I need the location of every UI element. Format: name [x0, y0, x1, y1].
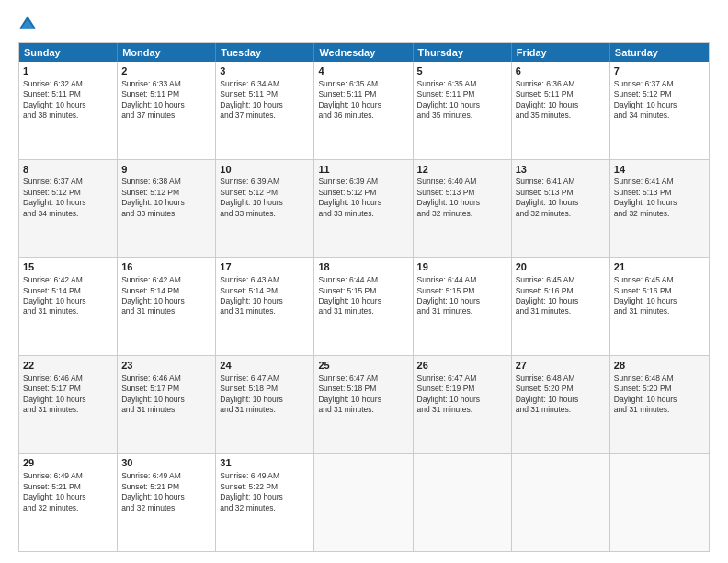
day-info-line: Sunrise: 6:36 AM — [516, 79, 606, 89]
day-info-line: Sunrise: 6:41 AM — [614, 177, 705, 187]
day-info-line: and 36 minutes. — [318, 110, 408, 121]
day-info-line: Daylight: 10 hours — [318, 395, 408, 405]
cal-cell: 11Sunrise: 6:39 AMSunset: 5:12 PMDayligh… — [314, 160, 413, 258]
cal-cell: 28Sunrise: 6:48 AMSunset: 5:20 PMDayligh… — [610, 356, 709, 454]
day-number: 28 — [614, 359, 705, 373]
day-info-line: Sunrise: 6:35 AM — [417, 79, 507, 89]
cal-cell — [314, 454, 413, 551]
day-info-line: Sunrise: 6:47 AM — [417, 373, 507, 384]
day-info-line: Daylight: 10 hours — [318, 198, 408, 208]
day-info-line: Daylight: 10 hours — [614, 296, 705, 306]
page: SundayMondayTuesdayWednesdayThursdayFrid… — [0, 0, 728, 563]
day-info-line: Sunset: 5:15 PM — [318, 286, 408, 296]
day-info-line: and 31 minutes. — [318, 405, 408, 415]
day-info-line: Daylight: 10 hours — [318, 100, 408, 110]
day-info-line: Sunrise: 6:40 AM — [417, 177, 507, 187]
day-info-line: Sunset: 5:14 PM — [121, 286, 211, 296]
cal-cell: 4Sunrise: 6:35 AMSunset: 5:11 PMDaylight… — [314, 62, 413, 159]
cal-cell: 25Sunrise: 6:47 AMSunset: 5:18 PMDayligh… — [314, 356, 413, 454]
week-row-1: 1Sunrise: 6:32 AMSunset: 5:11 PMDaylight… — [19, 62, 709, 160]
day-info-line: and 31 minutes. — [516, 405, 606, 415]
day-info-line: Sunrise: 6:37 AM — [23, 177, 113, 187]
day-info-line: Sunset: 5:12 PM — [614, 89, 705, 99]
cal-cell: 13Sunrise: 6:41 AMSunset: 5:13 PMDayligh… — [512, 160, 610, 258]
day-info-line: Sunset: 5:22 PM — [220, 482, 310, 492]
day-number: 21 — [614, 260, 705, 274]
day-info-line: Sunrise: 6:35 AM — [318, 79, 408, 89]
day-info-line: Daylight: 10 hours — [516, 198, 606, 208]
day-number: 3 — [220, 64, 310, 78]
cal-cell: 12Sunrise: 6:40 AMSunset: 5:13 PMDayligh… — [414, 160, 512, 258]
day-info-line: Sunset: 5:11 PM — [417, 89, 507, 99]
day-number: 24 — [220, 359, 310, 373]
day-info-line: Sunrise: 6:42 AM — [23, 275, 113, 285]
day-info-line: and 31 minutes. — [516, 306, 606, 316]
day-info-line: Sunset: 5:13 PM — [417, 188, 507, 198]
day-number: 9 — [121, 163, 211, 177]
day-info-line: Sunrise: 6:47 AM — [220, 373, 310, 384]
day-info-line: Daylight: 10 hours — [417, 100, 507, 110]
day-info-line: Sunrise: 6:45 AM — [614, 275, 705, 285]
day-number: 20 — [516, 260, 606, 274]
cal-cell: 29Sunrise: 6:49 AMSunset: 5:21 PMDayligh… — [19, 454, 118, 551]
week-row-2: 8Sunrise: 6:37 AMSunset: 5:12 PMDaylight… — [19, 160, 709, 259]
day-info-line: and 32 minutes. — [516, 209, 606, 219]
day-info-line: Sunset: 5:20 PM — [614, 384, 705, 394]
day-info-line: Daylight: 10 hours — [614, 198, 705, 208]
day-header-thursday: Thursday — [414, 43, 512, 62]
day-info-line: Sunset: 5:17 PM — [121, 384, 211, 394]
day-info-line: Sunrise: 6:39 AM — [220, 177, 310, 187]
cal-cell: 20Sunrise: 6:45 AMSunset: 5:16 PMDayligh… — [512, 258, 610, 355]
day-info-line: Sunrise: 6:46 AM — [121, 373, 211, 384]
day-info-line: Sunrise: 6:34 AM — [220, 79, 310, 89]
cal-cell: 30Sunrise: 6:49 AMSunset: 5:21 PMDayligh… — [118, 454, 216, 551]
day-number: 18 — [318, 260, 408, 274]
cal-cell: 31Sunrise: 6:49 AMSunset: 5:22 PMDayligh… — [216, 454, 314, 551]
day-info-line: Daylight: 10 hours — [121, 296, 211, 306]
day-number: 8 — [23, 163, 113, 177]
cal-cell: 22Sunrise: 6:46 AMSunset: 5:17 PMDayligh… — [19, 356, 118, 454]
cal-cell: 17Sunrise: 6:43 AMSunset: 5:14 PMDayligh… — [216, 258, 314, 355]
cal-cell: 5Sunrise: 6:35 AMSunset: 5:11 PMDaylight… — [414, 62, 512, 159]
calendar-body: 1Sunrise: 6:32 AMSunset: 5:11 PMDaylight… — [19, 62, 709, 551]
day-info-line: Daylight: 10 hours — [220, 100, 310, 110]
day-info-line: and 34 minutes. — [23, 209, 113, 219]
day-info-line: Daylight: 10 hours — [23, 198, 113, 208]
day-number: 25 — [318, 359, 408, 373]
day-info-line: Sunrise: 6:41 AM — [516, 177, 606, 187]
day-info-line: Sunrise: 6:43 AM — [220, 275, 310, 285]
week-row-4: 22Sunrise: 6:46 AMSunset: 5:17 PMDayligh… — [19, 356, 709, 454]
day-number: 29 — [23, 456, 113, 470]
day-info-line: Sunset: 5:20 PM — [516, 384, 606, 394]
day-info-line: Daylight: 10 hours — [516, 100, 606, 110]
day-info-line: Daylight: 10 hours — [417, 395, 507, 405]
day-info-line: Sunrise: 6:32 AM — [23, 79, 113, 89]
day-header-friday: Friday — [512, 43, 610, 62]
day-info-line: Daylight: 10 hours — [220, 395, 310, 405]
day-info-line: Sunrise: 6:37 AM — [614, 79, 705, 89]
cal-cell: 9Sunrise: 6:38 AMSunset: 5:12 PMDaylight… — [118, 160, 216, 258]
day-info-line: Sunrise: 6:42 AM — [121, 275, 211, 285]
day-number: 27 — [516, 359, 606, 373]
day-number: 4 — [318, 64, 408, 78]
day-info-line: Daylight: 10 hours — [417, 296, 507, 306]
day-info-line: and 35 minutes. — [417, 110, 507, 121]
day-number: 15 — [23, 260, 113, 274]
header — [18, 15, 710, 33]
cal-cell: 18Sunrise: 6:44 AMSunset: 5:15 PMDayligh… — [314, 258, 413, 355]
day-info-line: Sunset: 5:11 PM — [220, 89, 310, 99]
day-info-line: Sunset: 5:21 PM — [121, 482, 211, 492]
day-info-line: Daylight: 10 hours — [121, 492, 211, 502]
day-info-line: Daylight: 10 hours — [121, 198, 211, 208]
cal-cell — [512, 454, 610, 551]
day-header-saturday: Saturday — [610, 43, 709, 62]
day-info-line: and 33 minutes. — [121, 209, 211, 219]
day-info-line: Sunrise: 6:39 AM — [318, 177, 408, 187]
day-info-line: and 35 minutes. — [516, 110, 606, 121]
day-info-line: and 33 minutes. — [220, 209, 310, 219]
day-info-line: Sunrise: 6:46 AM — [23, 373, 113, 384]
day-info-line: Daylight: 10 hours — [417, 198, 507, 208]
day-number: 1 — [23, 64, 113, 78]
day-info-line: and 31 minutes. — [220, 405, 310, 415]
day-info-line: Sunset: 5:14 PM — [23, 286, 113, 296]
